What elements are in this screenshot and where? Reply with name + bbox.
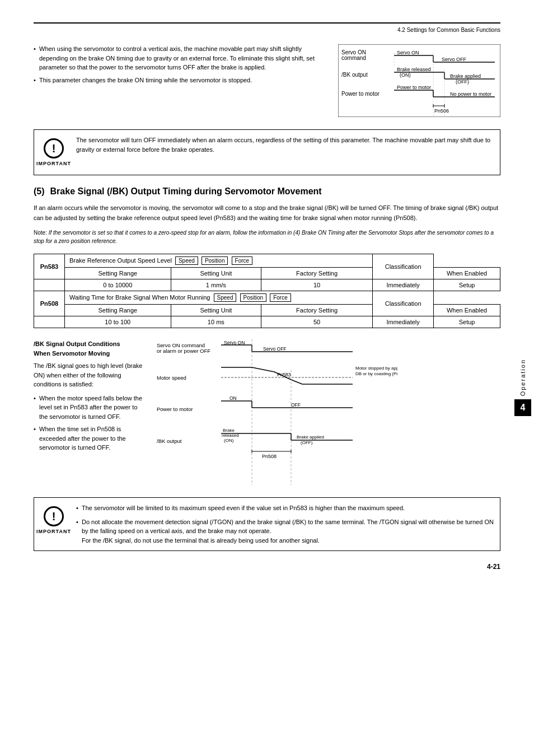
important-bullet-1: • The servomotor will be limited to its … — [76, 503, 494, 513]
brake-on-text: (ON) — [400, 72, 411, 78]
pn583-annot: Pn583 — [277, 372, 291, 377]
bk-intro: The /BK signal goes to high level (brake… — [34, 361, 146, 389]
body-text-1: If an alarm occurs while the servomotor … — [34, 203, 500, 223]
important-label-1: IMPORTANT — [36, 161, 71, 166]
top-timing-svg: Servo ON command Servo ON Servo OFF /BK … — [338, 44, 500, 117]
alarm-power-label: or alarm or power OFF — [157, 348, 210, 354]
servo-off-text: Servo OFF — [442, 57, 467, 62]
section-5-text: Brake Signal (/BK) Output Timing during … — [50, 186, 322, 197]
note-text: Note: If the servomotor is set so that i… — [34, 228, 500, 245]
pn508-values: 10 to 100 10 ms 50 Immediately Setup — [34, 316, 500, 328]
bk-output-label: /BK output — [341, 72, 368, 78]
tab-number: 4 — [514, 399, 531, 416]
important-icon-2: ! IMPORTANT — [40, 503, 68, 537]
page-header: 4.2 Settings for Common Basic Functions — [34, 27, 500, 33]
brake-off-text: (OFF) — [456, 79, 469, 85]
servo-on-text: Servo ON — [397, 50, 419, 55]
pn583-id: Pn583 — [34, 254, 65, 279]
pn508-id-blank — [34, 316, 65, 328]
pn508-id: Pn508 — [34, 291, 65, 316]
section-5-num: (5) — [34, 186, 45, 197]
pn583-unit: 1 mm/s — [171, 279, 261, 291]
bottom-section: /BK Signal Output ConditionsWhen Servomo… — [34, 339, 500, 486]
bk-output-label-2: /BK output — [157, 438, 182, 444]
pn583-range: 0 to 10000 — [65, 279, 171, 291]
bullet-2: This parameter changes the brake ON timi… — [34, 76, 321, 85]
motor-stopped-note-1: Motor stopped by applying — [355, 366, 397, 371]
note-label: Note: — [34, 230, 49, 236]
servo-command-label: command — [341, 55, 366, 61]
pn583-when-enabled-header: When Enabled — [434, 268, 500, 279]
pn583-tag-position: Position — [202, 256, 228, 265]
pn508-tag-speed: Speed — [214, 293, 237, 302]
no-power-text: No power to motor — [450, 91, 491, 97]
top-timing-diagram: Servo ON command Servo ON Servo OFF /BK … — [338, 44, 500, 118]
pn508-when-enabled-header: When Enabled — [434, 305, 500, 316]
parameter-table: Pn583 Brake Reference Output Speed Level… — [34, 254, 500, 328]
pn583-setting-range-header: Setting Range — [65, 268, 171, 279]
header-rule — [34, 22, 500, 24]
exclamation-icon: ! — [44, 138, 64, 158]
pn583-id-blank — [34, 279, 65, 291]
pn508-range: 10 to 100 — [65, 316, 171, 328]
pn583-factory-setting-header: Factory Setting — [261, 268, 373, 279]
brake-off-2: (OFF) — [301, 440, 313, 445]
important-text-2: • The servomotor will be limited to its … — [76, 503, 494, 545]
pn508-tag-force: Force — [270, 293, 291, 302]
pn508-desc: Waiting Time for Brake Signal When Motor… — [65, 291, 373, 305]
pn583-values: 0 to 10000 1 mm/s 10 Immediately Setup — [34, 279, 500, 291]
pn508-annot: Pn508 — [262, 454, 277, 459]
motor-stopped-note-2: DB or by coasting (Pn001.0) — [355, 371, 397, 376]
servo-off-label-2: Servo OFF — [263, 346, 287, 352]
brake-applied-2: Brake applied — [297, 435, 324, 440]
pn583-header-row: Pn583 Brake Reference Output Speed Level… — [34, 254, 500, 268]
power-motor-label-2: Power to motor — [157, 406, 193, 412]
pn508-setting-unit-header: Setting Unit — [171, 305, 261, 316]
bottom-timing-svg: Servo ON command or alarm or power OFF S… — [157, 339, 397, 485]
important-text-1: The servomotor will turn OFF immediately… — [76, 136, 494, 154]
bk-conditions: /BK Signal Output ConditionsWhen Servomo… — [34, 339, 146, 486]
servo-on-label-2: Servo ON — [224, 340, 245, 346]
on-label: ON — [229, 395, 237, 401]
pn583-desc: Brake Reference Output Speed Level Speed… — [65, 254, 373, 268]
important-box-2: ! IMPORTANT • The servomotor will be lim… — [34, 497, 500, 551]
pn506-label: Pn506 — [434, 108, 449, 114]
pn508-tag-position: Position — [240, 293, 267, 302]
off-label: OFF — [291, 402, 301, 408]
power-to-motor-text: Power to motor — [397, 85, 431, 90]
pn508-setup: Setup — [434, 316, 500, 328]
exclamation-icon-2: ! — [44, 506, 64, 526]
power-to-motor-label: Power to motor — [341, 91, 380, 97]
brake-released-text: Brake released — [397, 67, 431, 72]
bk-bullet-2: When the time set in Pn508 is exceeded a… — [34, 424, 146, 452]
right-sidebar: Operation 4 — [512, 224, 534, 551]
important-bullet-2: • Do not allocate the movement detection… — [76, 517, 494, 545]
important-label-2: IMPORTANT — [36, 529, 71, 534]
pn583-tag-force: Force — [232, 256, 253, 265]
brake-released-3: released — [222, 433, 239, 438]
bottom-timing-diagram: Servo ON command or alarm or power OFF S… — [157, 339, 500, 486]
operation-label: Operation — [519, 359, 526, 396]
page-number: 4-21 — [487, 563, 500, 571]
pn508-unit: 10 ms — [171, 316, 261, 328]
header-text: 4.2 Settings for Common Basic Functions — [397, 27, 500, 33]
bullet-1: When using the servomotor to control a v… — [34, 44, 321, 72]
brake-applied-text: Brake applied — [450, 73, 481, 79]
pn583-classification: Classification — [373, 254, 434, 279]
pn508-factory-setting-header: Factory Setting — [261, 305, 373, 316]
pn583-tag-speed: Speed — [175, 256, 198, 265]
bk-conditions-title: /BK Signal Output ConditionsWhen Servomo… — [34, 339, 146, 358]
pn583-setting-unit-header: Setting Unit — [171, 268, 261, 279]
important-icon-1: ! IMPORTANT — [40, 136, 68, 169]
pn508-enabled: Immediately — [373, 316, 434, 328]
section-5-title: (5) Brake Signal (/BK) Output Timing dur… — [34, 186, 500, 197]
pn508-setting-range-header: Setting Range — [65, 305, 171, 316]
pn583-enabled: Immediately — [373, 279, 434, 291]
motor-speed-label: Motor speed — [157, 375, 186, 381]
brake-released-2: Brake — [223, 428, 235, 433]
top-bullets: When using the servomotor to control a v… — [34, 44, 321, 118]
pn508-classification: Classification — [373, 291, 434, 316]
important-box-1: ! IMPORTANT The servomotor will turn OFF… — [34, 129, 500, 175]
pn508-factory: 50 — [261, 316, 373, 328]
pn583-factory: 10 — [261, 279, 373, 291]
